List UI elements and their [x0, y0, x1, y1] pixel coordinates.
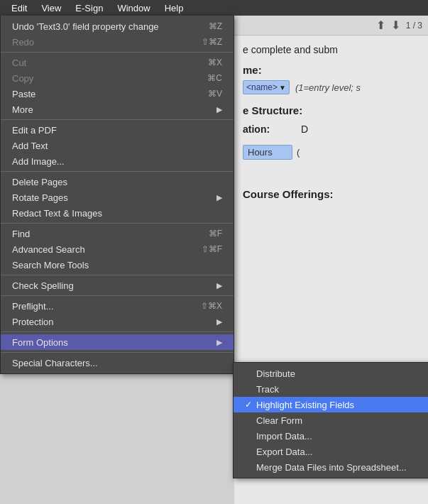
- rotate-arrow-icon: ▶: [216, 193, 222, 202]
- separator-8: [1, 352, 234, 353]
- page-up-icon[interactable]: ⬆: [376, 18, 385, 32]
- submenu-item-clear-form[interactable]: Clear Form: [234, 412, 428, 428]
- submenu-item-import-data[interactable]: Import Data...: [234, 428, 428, 444]
- menu-item-search-more[interactable]: Search More Tools: [1, 257, 234, 273]
- separator-1: [1, 52, 234, 53]
- menu-item-special-chars[interactable]: Special Characters...: [1, 355, 234, 371]
- submenu-item-export-data[interactable]: Export Data...: [234, 444, 428, 459]
- submenu-item-distribute[interactable]: Distribute: [234, 366, 428, 381]
- separator-3: [1, 171, 234, 172]
- menu-item-copy[interactable]: Copy ⌘C: [1, 70, 234, 86]
- menu-item-advanced-search[interactable]: Advanced Search ⇧⌘F: [1, 241, 234, 257]
- menu-item-rotate-pages[interactable]: Rotate Pages ▶: [1, 190, 234, 205]
- merge-checkmark: [245, 462, 256, 472]
- distribute-checkmark: [245, 368, 256, 378]
- location-value: D: [301, 124, 308, 135]
- hours-row: Hours (: [243, 145, 419, 160]
- dropdown-arrow-icon: ▼: [279, 84, 286, 92]
- doc-text: e complete and subm me: <name> ▼ (1=entr…: [234, 35, 428, 209]
- separator-6: [1, 295, 234, 296]
- export-checkmark: [245, 447, 256, 456]
- menu-item-protection[interactable]: Protection ▶: [1, 314, 234, 329]
- name-field-value: <name>: [246, 82, 278, 92]
- menubar: Edit View E-Sign Window Help: [0, 0, 428, 16]
- separator-2: [1, 119, 234, 120]
- doc-toolbar: ⬆ ⬇ 1 / 3: [234, 16, 428, 35]
- import-checkmark: [245, 431, 256, 441]
- menu-item-undo[interactable]: Undo 'Text3.0' field property change ⌘Z: [1, 18, 234, 34]
- menu-item-find[interactable]: Find ⌘F: [1, 226, 234, 241]
- menubar-edit[interactable]: Edit: [6, 1, 33, 15]
- page-down-icon[interactable]: ⬇: [391, 18, 400, 32]
- separator-5: [1, 275, 234, 275]
- name-label: me:: [243, 64, 419, 76]
- submenu-item-track[interactable]: Track: [234, 381, 428, 397]
- menu-item-cut[interactable]: Cut ⌘X: [1, 55, 234, 70]
- menubar-help[interactable]: Help: [159, 1, 190, 15]
- form-options-arrow-icon: ▶: [216, 338, 222, 347]
- page-indicator: 1 / 3: [406, 21, 422, 31]
- menu-item-check-spelling[interactable]: Check Spelling ▶: [1, 278, 234, 293]
- menu-item-edit-pdf[interactable]: Edit a PDF: [1, 122, 234, 138]
- menubar-esign[interactable]: E-Sign: [70, 1, 109, 15]
- name-field-row: <name> ▼ (1=entry level; s: [243, 80, 419, 94]
- highlight-checkmark: ✓: [245, 400, 256, 410]
- separator-7: [1, 332, 234, 332]
- menu-item-form-options[interactable]: Form Options ▶: [1, 334, 234, 350]
- structure-label: e Structure:: [243, 104, 419, 116]
- form-options-submenu: Distribute Track ✓ Highlight Existing Fi…: [233, 362, 428, 478]
- more-arrow-icon: ▶: [216, 105, 222, 114]
- hours-paren: (: [297, 147, 300, 158]
- course-offerings-row: Course Offerings:: [243, 188, 419, 200]
- menu-item-preflight[interactable]: Preflight... ⇧⌘X: [1, 298, 234, 314]
- name-field-dropdown[interactable]: <name> ▼: [243, 80, 290, 94]
- menubar-window[interactable]: Window: [111, 1, 155, 15]
- menu-item-redact[interactable]: Redact Text & Images: [1, 205, 234, 221]
- menu-item-paste[interactable]: Paste ⌘V: [1, 86, 234, 102]
- submenu-item-merge-data[interactable]: Merge Data Files into Spreadsheet...: [234, 459, 428, 475]
- edit-dropdown-menu: Undo 'Text3.0' field property change ⌘Z …: [0, 16, 234, 374]
- hours-field[interactable]: Hours: [243, 145, 292, 160]
- location-row: ation: D: [243, 124, 419, 135]
- doc-heading: e complete and subm: [243, 44, 419, 55]
- menubar-view[interactable]: View: [35, 1, 67, 15]
- protection-arrow-icon: ▶: [216, 317, 222, 327]
- menu-item-redo[interactable]: Redo ⇧⌘Z: [1, 34, 234, 50]
- location-label: ation:: [243, 124, 270, 135]
- course-offerings-label: Course Offerings:: [243, 188, 334, 200]
- separator-4: [1, 223, 234, 224]
- field-note: (1=entry level; s: [295, 82, 361, 93]
- spelling-arrow-icon: ▶: [216, 281, 222, 290]
- menu-item-delete-pages[interactable]: Delete Pages: [1, 174, 234, 190]
- menu-item-add-image[interactable]: Add Image...: [1, 153, 234, 169]
- track-checkmark: [245, 384, 256, 394]
- menu-item-more[interactable]: More ▶: [1, 102, 234, 117]
- clear-form-checkmark: [245, 415, 256, 425]
- submenu-item-highlight-fields[interactable]: ✓ Highlight Existing Fields: [234, 397, 428, 412]
- menu-item-add-text[interactable]: Add Text: [1, 138, 234, 153]
